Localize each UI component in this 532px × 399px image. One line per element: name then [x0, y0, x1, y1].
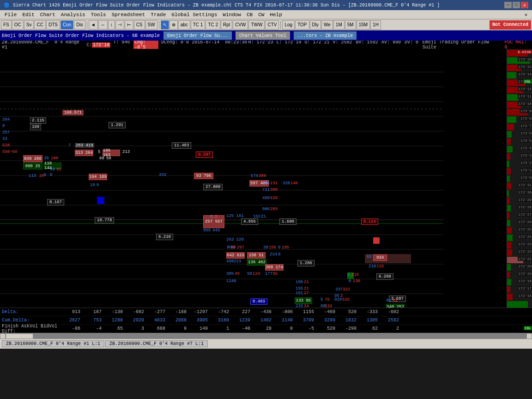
dts-button[interactable]: DTS	[46, 20, 60, 30]
menu-item-help[interactable]: Help	[267, 12, 284, 18]
cumdelta-val-3: 2920	[124, 318, 145, 323]
app-icon: 🔵	[4, 2, 10, 8]
svg-rect-50	[507, 272, 510, 278]
volume-profile: 173'17 173'16 173'15 173'14 D-HIGH 173'1…	[507, 49, 532, 308]
status-date: 2016-07-14 08:23:36	[192, 41, 248, 49]
menu-item-trade[interactable]: Trade	[148, 12, 169, 18]
horizontal-scrollbar[interactable]: ◄ ►	[0, 333, 532, 339]
cvw-button[interactable]: CVW	[233, 20, 248, 30]
status-h: H: 172'23	[248, 41, 276, 49]
tab-chart-values[interactable]: Chart Values Tool	[236, 31, 290, 40]
cumdelta-val-5: 2088	[166, 318, 187, 323]
status-c-value: 172'18	[92, 42, 110, 48]
we-button[interactable]: We	[321, 20, 333, 30]
cs-button[interactable]: CS	[134, 20, 145, 30]
delta-val-1: 187	[81, 309, 103, 314]
1h-button[interactable]: 1H	[370, 20, 381, 30]
con-button[interactable]: Con	[60, 20, 73, 30]
main-chart: 284 0 257 33 528 550~50 2.115 169 839 28…	[0, 49, 532, 308]
delta-val-15: -602	[379, 309, 400, 314]
cumdelta-val-12: 3299	[315, 318, 336, 323]
status-dv: DV: 0	[405, 41, 423, 49]
cumdelta-val-11: 3709	[294, 318, 315, 323]
finish-val-8: -40	[230, 326, 251, 331]
scroll-right-arrow[interactable]: ►	[526, 333, 532, 339]
menu-item-spreadsheet[interactable]: Spreadsheet	[109, 12, 148, 18]
svg-rect-41	[507, 205, 511, 212]
1m-button[interactable]: 1M	[333, 20, 345, 30]
15m-button[interactable]: 15M	[357, 20, 370, 30]
sv-button[interactable]: Sv	[24, 20, 34, 30]
bottom-tab-2-label: ZB.20160900.CME_F 0'4 Range #7 L:1	[109, 341, 204, 346]
cum-delta-label: Cum.Delta:	[0, 318, 60, 323]
close-window-btn[interactable]: ✕	[522, 12, 530, 18]
delta-val-12: -469	[315, 309, 336, 314]
nav-btn2[interactable]: ⊢	[125, 20, 133, 30]
tww-button[interactable]: TWW	[248, 20, 265, 30]
menu-item-file[interactable]: File	[2, 12, 19, 18]
finish-val-6: 149	[187, 326, 209, 331]
menu-bar: File Edit Chart Analysis Tools Spreadshe…	[0, 10, 532, 19]
ctv-button[interactable]: CTV	[265, 20, 279, 30]
svg-rect-38	[507, 183, 511, 189]
scroll-thumb[interactable]	[6, 333, 33, 339]
close-button[interactable]: ✕	[521, 2, 528, 8]
status-v: V: 2582	[333, 41, 356, 49]
finish-val-3: 3	[124, 326, 145, 331]
status-chg: Chg: -0'5	[133, 41, 158, 49]
arrow-tool[interactable]: ↖	[161, 20, 169, 30]
fs-button[interactable]: FS	[1, 20, 12, 30]
menu-item-edit[interactable]: Edit	[19, 12, 37, 18]
oc-button[interactable]: OC	[12, 20, 24, 30]
cumdelta-val-15: 2582	[379, 318, 400, 323]
menu-item-global-settings[interactable]: Global Settings	[169, 12, 220, 18]
nav-btn1[interactable]: ⊣	[115, 20, 124, 30]
cumdelta-val-10: 1140	[272, 318, 294, 323]
delta-val-11: 1155	[294, 309, 315, 314]
dly-button[interactable]: Dly	[310, 20, 321, 30]
menu-item-window[interactable]: Window	[220, 12, 244, 18]
menu-item-cb[interactable]: CB	[244, 12, 255, 18]
5m-button[interactable]: 5M	[345, 20, 356, 30]
info-static: Emoji Order Flow Suite Order Flow Indica…	[2, 33, 160, 38]
svg-rect-39	[507, 190, 509, 197]
finish-val-1: -4	[81, 326, 103, 331]
chart-canvas[interactable]: 284 0 257 33 528 550~50 2.115 169 839 28…	[0, 49, 507, 308]
maximize-button[interactable]: □	[513, 2, 520, 8]
top-button[interactable]: TOP	[295, 20, 309, 30]
menu-item-analysis[interactable]: Analysis	[58, 12, 88, 18]
text-tool[interactable]: abc	[178, 20, 190, 30]
svg-rect-26	[507, 94, 519, 101]
scroll-right-btn[interactable]: ↔	[98, 20, 108, 30]
svg-rect-40	[507, 198, 510, 204]
rpl-button[interactable]: Rpl	[221, 20, 232, 30]
scroll-track[interactable]	[6, 333, 526, 339]
dis-button[interactable]: Dis	[74, 20, 85, 30]
crosshair-tool[interactable]: ⊕	[169, 20, 178, 30]
window-controls: ─ □ ✕	[504, 2, 528, 8]
log-button[interactable]: Log	[282, 20, 295, 30]
bottom-tab-2[interactable]: ZB.20160900.CME_F 0'4 Range #7 L:1	[105, 340, 208, 347]
status-symbol: ZB.20160900.CME_F 0'4 Range #1	[2, 41, 86, 49]
sw-button[interactable]: SW	[145, 20, 157, 30]
bottom-tab-1[interactable]: ZB.20160900.CME_F 0'4 Range #1 L:1	[2, 340, 104, 347]
minimize-button[interactable]: ─	[504, 2, 512, 8]
status-av: AV: 990	[381, 41, 405, 49]
delta-row: Delta: 913 187 -130 -602 -277 -188 -1297…	[0, 308, 532, 316]
svg-rect-23	[507, 72, 516, 79]
zoom-btn[interactable]: ↕	[108, 20, 115, 30]
finish-label: Finish AskVol BidVol Diff:	[0, 324, 60, 334]
scroll-left-arrow[interactable]: ◄	[0, 333, 6, 339]
menu-item-chart[interactable]: Chart	[37, 12, 58, 18]
scroll-left-btn[interactable]: ◄	[89, 20, 98, 30]
tc1-button[interactable]: TC 1	[191, 20, 206, 30]
time-axis: 7:20 7:30:24 7:32:16 7:33:01 7:36:02 7:3…	[0, 308, 532, 308]
tab-emoji-suite[interactable]: Emoji Order Flow Su...	[163, 31, 232, 40]
menu-item-cw[interactable]: CW	[255, 12, 267, 18]
cc-button[interactable]: CC	[34, 20, 45, 30]
menu-item-tools[interactable]: Tools	[88, 12, 109, 18]
tc2-button[interactable]: TC 2	[206, 20, 220, 30]
finish-val-12: 520	[315, 326, 336, 331]
tab-indicators[interactable]: ...tors - ZB example	[294, 31, 357, 40]
chart-lines	[0, 49, 507, 308]
